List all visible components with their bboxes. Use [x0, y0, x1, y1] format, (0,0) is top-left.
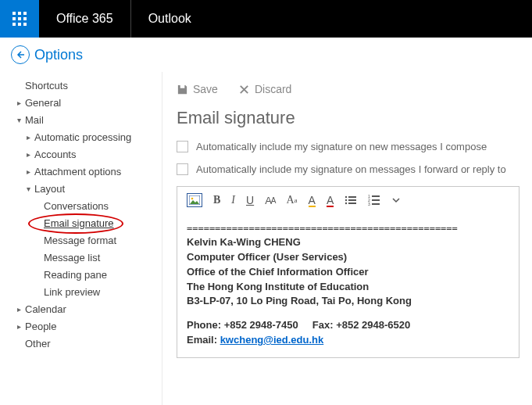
- caret-down-icon: ▾: [14, 116, 23, 124]
- svg-rect-22: [372, 203, 380, 205]
- checkbox-row-reply: Automatically include my signature on me…: [177, 163, 520, 175]
- sidebar-item-label: Shortcuts: [23, 80, 68, 91]
- include-new-label: Automatically include my signature on ne…: [196, 141, 487, 152]
- caret-right-icon: ▸: [23, 133, 33, 142]
- highlight-color-button[interactable]: A: [309, 194, 316, 206]
- svg-rect-18: [372, 195, 380, 197]
- fax-value: +852 2948-6520: [336, 319, 410, 331]
- sidebar-item-label: Accounts: [33, 149, 76, 160]
- include-reply-checkbox[interactable]: [177, 163, 188, 175]
- insert-image-button[interactable]: [187, 193, 202, 207]
- svg-rect-16: [348, 202, 356, 204]
- sidebar-item-label: General: [23, 97, 61, 109]
- caret-right-icon: ▸: [14, 322, 23, 331]
- include-new-checkbox[interactable]: [177, 141, 188, 152]
- caret-right-icon: ▸: [14, 99, 23, 107]
- sidebar-item-mail[interactable]: ▾Mail: [5, 111, 162, 128]
- sidebar-item-label: Mail: [23, 114, 44, 126]
- sidebar-item-label: Attachment options: [33, 166, 121, 177]
- sidebar-item-layout[interactable]: ▾Layout: [5, 180, 162, 197]
- svg-rect-8: [23, 23, 27, 26]
- sidebar-item-label: Other: [23, 338, 51, 349]
- sidebar-item-reading-pane[interactable]: Reading pane: [5, 266, 162, 283]
- signature-address: B3-LP-07, 10 Lo Ping Road, Tai Po, Hong …: [187, 294, 509, 309]
- italic-button[interactable]: I: [231, 194, 235, 206]
- app-label: Outlook: [131, 0, 209, 38]
- svg-point-13: [345, 199, 347, 201]
- svg-rect-0: [12, 12, 16, 15]
- svg-rect-20: [372, 199, 380, 201]
- signature-email-link[interactable]: kwcheng@ied.edu.hk: [220, 334, 324, 346]
- sidebar-item-people[interactable]: ▸People: [5, 317, 162, 335]
- svg-rect-5: [23, 17, 27, 20]
- signature-email-line: Email: kwcheng@ied.edu.hk: [187, 333, 509, 348]
- caret-down-icon: ▾: [23, 185, 33, 193]
- svg-rect-14: [348, 199, 356, 201]
- svg-rect-12: [348, 196, 356, 198]
- sidebar-item-attachment-options[interactable]: ▸Attachment options: [5, 163, 162, 180]
- font-color-button[interactable]: A: [327, 194, 334, 206]
- underline-button[interactable]: U: [246, 194, 254, 206]
- discard-button[interactable]: Discard: [238, 83, 291, 95]
- signature-org: The Hong Kong Institute of Education: [187, 280, 509, 295]
- chevron-down-icon: [391, 195, 401, 205]
- signature-role: Computer Officer (User Services): [187, 250, 509, 265]
- font-face-button[interactable]: Aa: [286, 194, 297, 206]
- sidebar-item-general[interactable]: ▸General: [5, 94, 162, 111]
- svg-point-10: [191, 198, 194, 200]
- svg-rect-7: [18, 23, 21, 26]
- phone-label: Phone:: [187, 319, 221, 331]
- checkbox-row-new: Automatically include my signature on ne…: [177, 141, 520, 152]
- number-list-button[interactable]: 123: [368, 195, 380, 206]
- include-reply-label: Automatically include my signature on me…: [196, 163, 506, 175]
- svg-rect-1: [18, 12, 21, 15]
- sidebar-item-accounts[interactable]: ▸Accounts: [5, 145, 162, 163]
- command-bar: Save Discard: [177, 78, 520, 100]
- sidebar-item-link-preview[interactable]: Link preview: [5, 283, 162, 300]
- save-label: Save: [193, 83, 218, 95]
- sidebar-item-shortcuts[interactable]: Shortcuts: [5, 77, 162, 94]
- bold-button[interactable]: B: [213, 194, 220, 206]
- signature-phone-line: Phone: +852 2948-7450 Fax: +852 2948-652…: [187, 318, 509, 333]
- signature-editor: B I U AA Aa A A 123 ====================…: [177, 186, 520, 358]
- bullet-list-button[interactable]: [345, 195, 357, 206]
- sidebar-item-label: People: [23, 321, 56, 332]
- svg-rect-3: [12, 17, 16, 20]
- app-launcher-button[interactable]: [0, 0, 39, 38]
- settings-sidebar: Shortcuts ▸General ▾Mail ▸Automatic proc…: [0, 72, 162, 405]
- sidebar-item-label: Link preview: [42, 286, 100, 298]
- page-title: Email signature: [177, 108, 520, 128]
- options-title: Options: [34, 47, 83, 63]
- sidebar-item-label: Calendar: [23, 303, 66, 315]
- bullet-list-icon: [345, 195, 357, 206]
- arrow-left-icon: [16, 50, 25, 59]
- sidebar-item-label: Automatic processing: [33, 131, 131, 143]
- sidebar-item-calendar[interactable]: ▸Calendar: [5, 300, 162, 317]
- svg-rect-2: [23, 12, 27, 15]
- discard-icon: [238, 84, 250, 95]
- signature-divider: ========================================…: [187, 223, 509, 234]
- sidebar-item-email-signature[interactable]: Email signature: [5, 214, 162, 231]
- more-formatting-button[interactable]: [391, 195, 401, 205]
- sidebar-item-label: Message format: [42, 235, 116, 246]
- sidebar-item-label: Layout: [33, 183, 65, 195]
- caret-right-icon: ▸: [23, 167, 33, 176]
- sidebar-item-automatic-processing[interactable]: ▸Automatic processing: [5, 128, 162, 145]
- signature-name: Kelvin Ka-Wing CHENG: [187, 235, 509, 250]
- svg-rect-6: [12, 23, 16, 26]
- back-button[interactable]: [11, 45, 30, 64]
- save-button[interactable]: Save: [177, 83, 218, 95]
- svg-rect-4: [18, 17, 21, 20]
- waffle-icon: [12, 12, 27, 26]
- sidebar-item-other[interactable]: Other: [5, 335, 162, 352]
- font-size-button[interactable]: AA: [265, 195, 275, 206]
- number-list-icon: 123: [368, 195, 380, 206]
- signature-textarea[interactable]: ========================================…: [177, 213, 519, 357]
- sidebar-item-message-list[interactable]: Message list: [5, 249, 162, 266]
- brand-label: Office 365: [39, 0, 131, 38]
- sidebar-item-message-format[interactable]: Message format: [5, 231, 162, 249]
- sidebar-item-conversations[interactable]: Conversations: [5, 197, 162, 214]
- sidebar-item-label: Reading pane: [42, 269, 107, 281]
- top-bar: Office 365 Outlook: [0, 0, 532, 38]
- caret-right-icon: ▸: [14, 305, 23, 314]
